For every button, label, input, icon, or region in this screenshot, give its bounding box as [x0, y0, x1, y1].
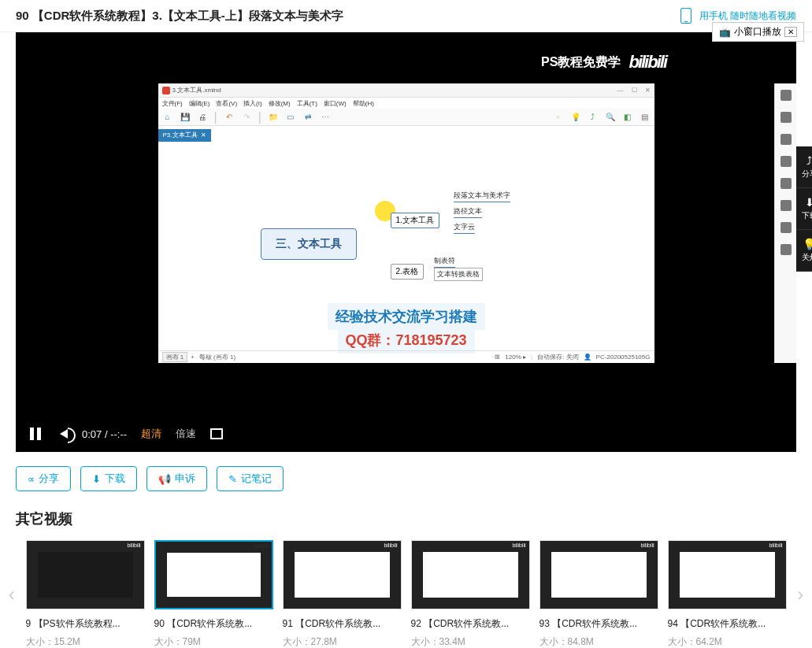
- panel-format-icon[interactable]: [780, 90, 792, 101]
- maximize-icon[interactable]: ☐: [632, 87, 637, 94]
- panel-style-icon[interactable]: [780, 112, 792, 123]
- phone-link[interactable]: 用手机 随时随地看视频: [699, 9, 796, 23]
- side-download-button[interactable]: ⬇ 下载: [796, 188, 812, 230]
- speed-selector[interactable]: 倍速: [176, 427, 196, 441]
- pencil-icon: ✎: [228, 473, 237, 485]
- carousel-next-button[interactable]: ›: [793, 571, 809, 618]
- video-thumb[interactable]: bilibili 92 【CDR软件系统教... 大小：33.4M: [411, 540, 530, 648]
- share-icon: ⤴: [796, 154, 812, 167]
- player-controls: 0:07 / --:-- 超清 倍速: [16, 416, 796, 452]
- video-thumb[interactable]: bilibili 94 【CDR软件系统教... 大小：64.2M: [668, 540, 787, 648]
- action-bar: ∝分享 ⬇下载 📢申诉 ✎记笔记: [0, 452, 812, 505]
- download-icon: ⬇: [796, 196, 812, 209]
- mindmap-leaf[interactable]: 路径文本: [454, 206, 482, 218]
- video-player[interactable]: PS教程免费学 bilibili 3.文本工具.xmind — ☐ ✕ 文件(F…: [16, 32, 796, 416]
- download-icon: ⬇: [92, 473, 101, 485]
- mindmap-node-text-tool[interactable]: 1.文本工具: [391, 213, 439, 228]
- video-frame-xmind: 3.文本工具.xmind — ☐ ✕ 文件(F) 编辑(E) 查看(V) 插入(…: [158, 83, 654, 363]
- xmind-right-panel: [774, 83, 796, 363]
- share-button[interactable]: ∝分享: [16, 466, 71, 491]
- mindmap-canvas[interactable]: 三、文本工具 1.文本工具 2.表格 段落文本与美术字 路径文本 文字云 制表符…: [158, 142, 654, 346]
- carousel-prev-button[interactable]: ‹: [4, 571, 20, 618]
- mindmap-node-table[interactable]: 2.表格: [391, 264, 424, 280]
- pc-id: PC-20200525105G: [596, 354, 651, 361]
- xmind-document-tab[interactable]: P3.文本工具✕: [158, 129, 211, 142]
- side-light-button[interactable]: 💡 关灯: [796, 230, 812, 272]
- bilibili-logo: bilibili: [628, 52, 666, 72]
- report-button[interactable]: 📢申诉: [146, 466, 207, 491]
- page-header: 90 【CDR软件系统教程】3.【文本工具-上】段落文本与美术字 用手机 随时随…: [0, 0, 812, 32]
- mindmap-leaf[interactable]: 文本转换表格: [434, 268, 483, 281]
- pause-button[interactable]: [30, 428, 41, 440]
- mini-window-label: 小窗口播放: [734, 25, 781, 39]
- playback-time: 0:07 / --:--: [82, 428, 127, 440]
- video-thumb[interactable]: bilibili 93 【CDR软件系统教... 大小：84.8M: [539, 540, 658, 648]
- undo-icon[interactable]: ↶: [224, 112, 235, 123]
- volume-button[interactable]: [55, 429, 68, 439]
- redo-icon[interactable]: ↷: [241, 112, 252, 123]
- player-side-panel: ⤴ 分享 ⬇ 下载 💡 关灯: [796, 146, 812, 272]
- download-button[interactable]: ⬇下载: [80, 466, 137, 491]
- video-player-container: PS教程免费学 bilibili 3.文本工具.xmind — ☐ ✕ 文件(F…: [16, 32, 796, 452]
- xmind-filename: 3.文本工具.xmind: [172, 86, 221, 94]
- xmind-menubar[interactable]: 文件(F) 编辑(E) 查看(V) 插入(I) 修改(M) 工具(T) 窗口(W…: [158, 98, 654, 109]
- minimize-icon[interactable]: —: [617, 87, 624, 94]
- megaphone-icon: 📢: [158, 473, 171, 485]
- panel-flag-icon[interactable]: [780, 156, 792, 167]
- node-icon[interactable]: ▭: [285, 112, 296, 123]
- video-thumb[interactable]: bilibili 91 【CDR软件系统教... 大小：27.8M: [283, 540, 402, 648]
- video-carousel: ‹ bilibili 9 【PS软件系统教程... 大小：15.2M bilib…: [0, 540, 812, 648]
- sheet-tab[interactable]: 画布 1: [162, 352, 188, 362]
- settings-icon[interactable]: ▤: [640, 112, 651, 123]
- search-icon[interactable]: 🔍: [605, 112, 616, 123]
- tab-close-icon[interactable]: ✕: [201, 131, 206, 139]
- share-icon[interactable]: ⤴: [588, 112, 599, 123]
- watermark: PS教程免费学 bilibili: [541, 52, 666, 72]
- mindmap-leaf[interactable]: 段落文本与美术字: [454, 191, 510, 202]
- home-icon[interactable]: ⌂: [162, 112, 173, 123]
- lightbulb-icon: 💡: [796, 238, 812, 250]
- fullscreen-button[interactable]: [210, 428, 223, 439]
- video-thumb[interactable]: bilibili 9 【PS软件系统教程... 大小：15.2M: [26, 540, 145, 648]
- fit-icon[interactable]: ⊞: [495, 354, 500, 361]
- panel-image-icon[interactable]: [780, 134, 792, 145]
- xmind-titlebar: 3.文本工具.xmind — ☐ ✕: [158, 83, 654, 98]
- close-icon[interactable]: ✕: [784, 27, 797, 37]
- folder-icon[interactable]: 📁: [268, 112, 279, 123]
- side-share-button[interactable]: ⤴ 分享: [796, 146, 812, 188]
- link-icon[interactable]: ⇄: [302, 112, 313, 123]
- idea-icon[interactable]: 💡: [570, 112, 581, 123]
- mindmap-leaf[interactable]: 文字云: [454, 222, 475, 234]
- panel-comment-icon[interactable]: [780, 222, 792, 233]
- other-videos-heading: 其它视频: [0, 505, 812, 540]
- export-icon[interactable]: ◧: [622, 112, 633, 123]
- mindmap-root-node[interactable]: 三、文本工具: [261, 228, 357, 260]
- save-icon[interactable]: 💾: [180, 112, 191, 123]
- xmind-statusbar: 画布 1 + 每核 (画布 1) ⊞ 120% ▸ | 自动保存: 关闭 👤 P…: [158, 350, 654, 363]
- present-icon[interactable]: ▫: [553, 112, 564, 123]
- autosave-status: 自动保存: 关闭: [537, 353, 578, 361]
- close-icon[interactable]: ✕: [645, 87, 651, 94]
- panel-audio-icon[interactable]: [780, 244, 792, 255]
- phone-icon[interactable]: [680, 8, 691, 24]
- zoom-level[interactable]: 120% ▸: [505, 354, 526, 361]
- video-title: 90 【CDR软件系统教程】3.【文本工具-上】段落文本与美术字: [16, 9, 343, 24]
- note-button[interactable]: ✎记笔记: [217, 466, 284, 491]
- print-icon[interactable]: 🖨: [197, 112, 208, 123]
- xmind-logo-icon: [162, 87, 170, 94]
- more-icon[interactable]: ⋯: [320, 112, 331, 123]
- share-icon: ∝: [28, 473, 35, 485]
- mini-window-pip[interactable]: 📺 小窗口播放 ✕: [712, 22, 804, 42]
- xmind-toolbar[interactable]: ⌂ 💾 🖨 | ↶ ↷ | 📁 ▭ ⇄ ⋯ ▫ 💡 ⤴ 🔍: [158, 109, 654, 126]
- video-thumb-active[interactable]: bilibili 90 【CDR软件系统教... 大小：79M: [154, 540, 273, 648]
- promo-overlay-2: QQ群：718195723: [337, 327, 474, 354]
- panel-note-icon[interactable]: [780, 178, 792, 189]
- tv-icon: 📺: [719, 27, 731, 38]
- quality-selector[interactable]: 超清: [141, 427, 161, 441]
- user-icon: 👤: [584, 354, 591, 361]
- promo-overlay-1: 经验技术交流学习搭建: [328, 303, 485, 330]
- panel-task-icon[interactable]: [780, 200, 792, 211]
- mindmap-leaf[interactable]: 制表符: [434, 256, 455, 268]
